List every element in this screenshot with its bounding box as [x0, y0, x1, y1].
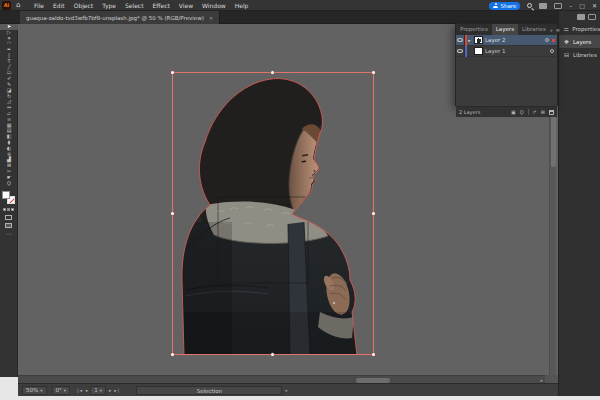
tab-close-icon[interactable]: ✕ — [209, 15, 213, 21]
menu-object[interactable]: Object — [74, 2, 94, 9]
artboard-number-select[interactable]: 1 ▾ — [90, 386, 106, 395]
handle-bottom-left[interactable] — [171, 353, 174, 356]
horizontal-scrollbar[interactable]: ▸ — [18, 375, 545, 383]
chevron-down-icon: ▾ — [40, 388, 42, 393]
search-icon[interactable] — [527, 3, 532, 8]
menu-select[interactable]: Select — [125, 2, 144, 9]
status-splitter-icon[interactable]: ▸ — [285, 388, 287, 393]
panel-collapse-icon[interactable]: » — [550, 27, 553, 33]
first-artboard-icon[interactable]: ❘◂ — [76, 388, 82, 393]
workspace-switcher-icon[interactable] — [539, 3, 547, 9]
menu-type[interactable]: Type — [102, 2, 116, 9]
edit-toolbar-icon[interactable]: ⋯ — [0, 230, 18, 237]
dock-item-layers[interactable]: ❖ Layers — [559, 35, 600, 48]
share-button[interactable]: Share — [489, 2, 520, 10]
menu-window[interactable]: Window — [202, 2, 226, 9]
dock-options-icon[interactable] — [588, 14, 596, 20]
horizontal-scrollbar-thumb[interactable] — [356, 378, 390, 383]
document-tab[interactable]: guaqua-zaldo-tvd3wfb7bf8-unsplash.jpg* @… — [20, 11, 220, 24]
visibility-cell[interactable] — [456, 35, 465, 46]
layer-name[interactable]: Layer 2 — [485, 37, 506, 43]
scrollbar-corner — [545, 375, 558, 383]
locate-object-icon[interactable]: Ϙ — [520, 109, 524, 115]
chevron-down-icon: ▾ — [100, 388, 102, 393]
app-logo[interactable]: Ai — [2, 1, 11, 10]
dock-item-libraries[interactable]: ⊟ Libraries — [559, 48, 600, 61]
color-swatch-button[interactable] — [3, 208, 6, 211]
close-button[interactable]: ✕ — [592, 0, 597, 11]
menu-effect[interactable]: Effect — [153, 2, 170, 9]
layer-thumbnail — [474, 47, 483, 55]
none-swatch-button[interactable] — [11, 208, 14, 211]
screen-mode-icon[interactable] — [5, 223, 12, 228]
home-icon[interactable]: ⌂ — [16, 0, 20, 11]
zoom-level-value: 50% — [26, 387, 38, 393]
zoom-level-select[interactable]: 50% ▾ — [22, 386, 47, 395]
make-clipping-mask-icon[interactable]: ▣ — [511, 109, 516, 115]
delete-selection-icon[interactable] — [549, 110, 554, 115]
menu-file[interactable]: File — [34, 2, 44, 9]
share-person-icon — [493, 3, 498, 8]
new-sublayer-icon[interactable]: ↱ — [533, 109, 537, 115]
status-field[interactable]: Selection — [136, 386, 282, 395]
zoom-tool[interactable]: Ϙ — [0, 181, 18, 187]
tab-properties[interactable]: Properties — [456, 24, 492, 35]
draw-mode-icon[interactable] — [5, 215, 12, 220]
arrange-documents-icon[interactable] — [554, 3, 562, 9]
panel-menu-icon[interactable]: ≡ — [556, 27, 560, 33]
eye-icon — [457, 49, 463, 53]
selection-bounding-box[interactable] — [172, 72, 374, 355]
libraries-icon: ⊟ — [563, 51, 570, 58]
prev-artboard-icon[interactable]: ◂ — [85, 388, 87, 393]
visibility-cell[interactable] — [456, 46, 465, 57]
selected-art-indicator[interactable] — [552, 39, 555, 42]
layers-icon: ❖ — [563, 38, 570, 45]
menu-bar: Ai ⌂ File Edit Object Type Select Effect… — [0, 0, 600, 11]
handle-mid-right[interactable] — [372, 212, 375, 215]
gradient-swatch-button[interactable] — [7, 208, 10, 211]
eye-icon — [457, 38, 463, 42]
next-artboard-icon[interactable]: ▸ — [109, 388, 111, 393]
handle-mid-left[interactable] — [171, 212, 174, 215]
minimize-button[interactable]: – — [569, 0, 572, 11]
handle-top-left[interactable] — [171, 71, 174, 74]
layers-panel-empty-area — [456, 57, 557, 106]
menu-edit[interactable]: Edit — [53, 2, 65, 9]
disclosure-triangle-icon[interactable]: ▸ — [467, 38, 472, 43]
last-artboard-icon[interactable]: ▸❘ — [114, 388, 120, 393]
collapse-panels-icon[interactable] — [577, 14, 585, 20]
target-circle-icon[interactable] — [545, 38, 549, 42]
fill-swatch[interactable] — [2, 191, 10, 199]
layer-thumbnail — [474, 36, 483, 44]
color-mode-row — [3, 208, 14, 211]
menu-help[interactable]: Help — [235, 2, 249, 9]
target-circle-icon[interactable] — [550, 49, 554, 53]
tools-panel: ➤ ▷ ✶ ◠ ✒ ʃ T ╱ ▭ ✐ ✎ ◪ ↻ ◿ ↔ ▱ ∞ ▦ ▤ ◧ … — [0, 24, 18, 377]
dock-item-label: Properties — [572, 26, 600, 32]
share-label: Share — [500, 3, 516, 9]
layers-panel-tabs: Properties Layers Libraries » ≡ — [456, 24, 557, 35]
main-menus: File Edit Object Type Select Effect View… — [34, 0, 248, 11]
new-layer-icon[interactable]: ⊞ — [541, 109, 545, 115]
layer-count-label: 2 Layers — [459, 109, 480, 115]
handle-bottom-right[interactable] — [372, 353, 375, 356]
layer-row-1[interactable]: Layer 1 — [456, 46, 557, 57]
status-bar: 50% ▾ 0° ▾ ❘◂ ◂ 1 ▾ ▸ ▸❘ Selection ▸ — [18, 383, 558, 396]
panel-dock: ⚌ Properties ❖ Layers ⊟ Libraries — [558, 11, 600, 396]
handle-bottom-mid[interactable] — [271, 353, 274, 356]
handle-top-right[interactable] — [372, 71, 375, 74]
tab-layers[interactable]: Layers — [492, 24, 518, 35]
properties-icon: ⚌ — [563, 25, 569, 32]
tab-libraries[interactable]: Libraries — [518, 24, 550, 35]
dock-item-label: Layers — [573, 39, 591, 45]
layer-row-2[interactable]: ▸ Layer 2 — [456, 35, 557, 46]
menu-view[interactable]: View — [179, 2, 193, 9]
window-chrome-bottom — [0, 396, 600, 400]
rotation-value: 0° — [56, 387, 62, 393]
handle-top-mid[interactable] — [271, 71, 274, 74]
rotation-select[interactable]: 0° ▾ — [52, 386, 71, 395]
artboard-number: 1 — [94, 387, 98, 393]
maximize-button[interactable]: □ — [579, 0, 585, 11]
layer-name[interactable]: Layer 1 — [485, 48, 506, 54]
dock-item-properties[interactable]: ⚌ Properties — [559, 22, 600, 35]
